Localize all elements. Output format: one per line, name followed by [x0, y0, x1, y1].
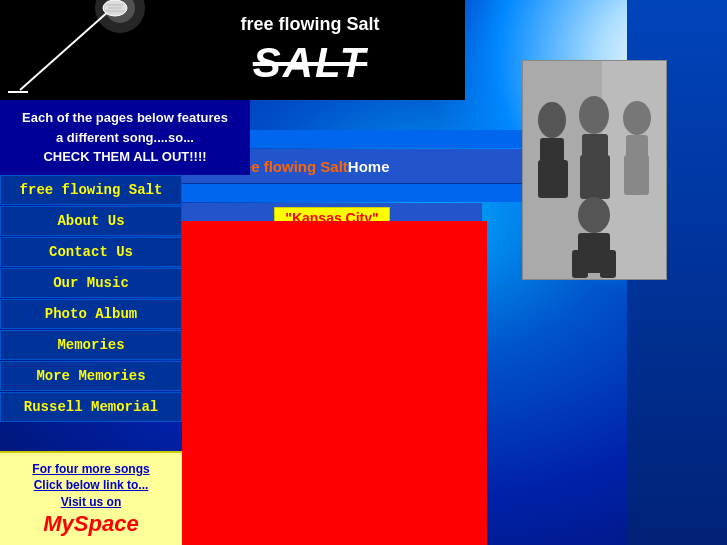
svg-rect-21	[624, 155, 633, 195]
nav-russell-memorial[interactable]: Russell Memorial	[0, 392, 182, 422]
svg-rect-26	[600, 250, 616, 278]
svg-rect-18	[599, 155, 610, 199]
band-photo-svg	[522, 60, 667, 280]
promo-box: For four more songs Click below link to.…	[0, 451, 182, 545]
info-line1: Each of the pages below features	[10, 108, 240, 128]
microphone-icon	[0, 0, 155, 100]
nav-more-memories[interactable]: More Memories	[0, 361, 182, 391]
svg-point-11	[538, 102, 566, 138]
svg-point-23	[578, 197, 610, 233]
promo-line3: Visit us on	[5, 494, 177, 511]
svg-rect-22	[640, 155, 649, 195]
band-photo	[522, 60, 667, 280]
mic-area	[0, 0, 155, 100]
home-link-suffix: Home	[348, 158, 390, 175]
svg-point-15	[579, 96, 609, 134]
info-box: Each of the pages below features a diffe…	[0, 100, 250, 175]
svg-rect-25	[572, 250, 588, 278]
promo-line2: Click below link to...	[5, 477, 177, 494]
nav-contact-us[interactable]: Contact Us	[0, 237, 182, 267]
svg-line-0	[20, 10, 110, 90]
red-content-area	[182, 221, 487, 545]
info-line2: a different song....so...	[10, 128, 240, 148]
info-line3: CHECK THEM ALL OUT!!!!	[10, 147, 240, 167]
svg-rect-14	[558, 160, 568, 198]
promo-line1: For four more songs	[5, 461, 177, 478]
myspace-link[interactable]: MySpace	[43, 511, 138, 536]
svg-point-19	[623, 101, 651, 135]
nav-our-music[interactable]: Our Music	[0, 268, 182, 298]
nav-about-us[interactable]: About Us	[0, 206, 182, 236]
logo-salt: SALT	[253, 39, 368, 87]
nav-memories[interactable]: Memories	[0, 330, 182, 360]
nav-free-flowing-salt[interactable]: free flowing Salt	[0, 175, 182, 205]
svg-rect-13	[538, 160, 548, 198]
sidebar: free flowing Salt About Us Contact Us Ou…	[0, 175, 182, 423]
logo-box: free flowing Salt SALT	[155, 0, 465, 100]
salt-text: SALT	[253, 39, 368, 86]
nav-photo-album[interactable]: Photo Album	[0, 299, 182, 329]
svg-rect-17	[580, 155, 591, 199]
logo-title: free flowing Salt	[240, 14, 379, 35]
